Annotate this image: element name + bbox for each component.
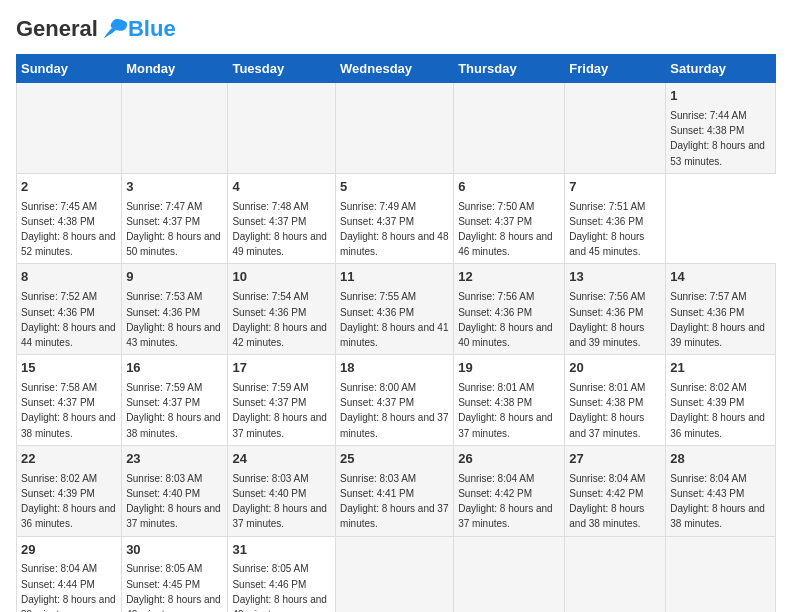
day-number: 7 bbox=[569, 178, 661, 197]
empty-cell bbox=[565, 83, 666, 174]
day-info: Sunrise: 8:02 AMSunset: 4:39 PMDaylight:… bbox=[670, 382, 765, 439]
day-number: 9 bbox=[126, 268, 223, 287]
day-info: Sunrise: 8:03 AMSunset: 4:40 PMDaylight:… bbox=[126, 473, 221, 530]
day-number: 1 bbox=[670, 87, 771, 106]
day-number: 28 bbox=[670, 450, 771, 469]
day-info: Sunrise: 7:52 AMSunset: 4:36 PMDaylight:… bbox=[21, 291, 116, 348]
week-row-2: 2 Sunrise: 7:45 AMSunset: 4:38 PMDayligh… bbox=[17, 173, 776, 264]
day-cell-12: 12 Sunrise: 7:56 AMSunset: 4:36 PMDaylig… bbox=[454, 264, 565, 355]
day-cell-24: 24 Sunrise: 8:03 AMSunset: 4:40 PMDaylig… bbox=[228, 445, 336, 536]
day-info: Sunrise: 8:04 AMSunset: 4:42 PMDaylight:… bbox=[569, 473, 645, 530]
day-number: 23 bbox=[126, 450, 223, 469]
day-header-thursday: Thursday bbox=[454, 55, 565, 83]
week-row-1: 1 Sunrise: 7:44 AMSunset: 4:38 PMDayligh… bbox=[17, 83, 776, 174]
day-number: 24 bbox=[232, 450, 331, 469]
day-cell-23: 23 Sunrise: 8:03 AMSunset: 4:40 PMDaylig… bbox=[122, 445, 228, 536]
day-cell-17: 17 Sunrise: 7:59 AMSunset: 4:37 PMDaylig… bbox=[228, 355, 336, 446]
day-number: 14 bbox=[670, 268, 771, 287]
week-row-6: 29 Sunrise: 8:04 AMSunset: 4:44 PMDaylig… bbox=[17, 536, 776, 612]
day-cell-15: 15 Sunrise: 7:58 AMSunset: 4:37 PMDaylig… bbox=[17, 355, 122, 446]
day-header-friday: Friday bbox=[565, 55, 666, 83]
day-info: Sunrise: 8:05 AMSunset: 4:46 PMDaylight:… bbox=[232, 563, 327, 612]
logo-blue: Blue bbox=[128, 16, 176, 42]
empty-cell bbox=[666, 536, 776, 612]
day-info: Sunrise: 8:01 AMSunset: 4:38 PMDaylight:… bbox=[458, 382, 553, 439]
day-info: Sunrise: 7:45 AMSunset: 4:38 PMDaylight:… bbox=[21, 201, 116, 258]
day-info: Sunrise: 7:48 AMSunset: 4:37 PMDaylight:… bbox=[232, 201, 327, 258]
day-number: 4 bbox=[232, 178, 331, 197]
day-info: Sunrise: 7:59 AMSunset: 4:37 PMDaylight:… bbox=[126, 382, 221, 439]
week-row-3: 8 Sunrise: 7:52 AMSunset: 4:36 PMDayligh… bbox=[17, 264, 776, 355]
header-row: SundayMondayTuesdayWednesdayThursdayFrid… bbox=[17, 55, 776, 83]
day-number: 31 bbox=[232, 541, 331, 560]
day-info: Sunrise: 7:57 AMSunset: 4:36 PMDaylight:… bbox=[670, 291, 765, 348]
day-header-sunday: Sunday bbox=[17, 55, 122, 83]
day-number: 10 bbox=[232, 268, 331, 287]
empty-cell bbox=[122, 83, 228, 174]
day-cell-1: 1 Sunrise: 7:44 AMSunset: 4:38 PMDayligh… bbox=[666, 83, 776, 174]
logo: General Blue bbox=[16, 16, 176, 42]
day-number: 26 bbox=[458, 450, 560, 469]
day-number: 21 bbox=[670, 359, 771, 378]
logo-text: General Blue bbox=[16, 16, 176, 42]
day-cell-30: 30 Sunrise: 8:05 AMSunset: 4:45 PMDaylig… bbox=[122, 536, 228, 612]
day-number: 29 bbox=[21, 541, 117, 560]
day-info: Sunrise: 7:56 AMSunset: 4:36 PMDaylight:… bbox=[569, 291, 645, 348]
day-number: 6 bbox=[458, 178, 560, 197]
day-number: 13 bbox=[569, 268, 661, 287]
day-info: Sunrise: 7:58 AMSunset: 4:37 PMDaylight:… bbox=[21, 382, 116, 439]
empty-cell bbox=[336, 83, 454, 174]
day-info: Sunrise: 8:02 AMSunset: 4:39 PMDaylight:… bbox=[21, 473, 116, 530]
day-header-monday: Monday bbox=[122, 55, 228, 83]
day-info: Sunrise: 8:04 AMSunset: 4:42 PMDaylight:… bbox=[458, 473, 553, 530]
day-cell-8: 8 Sunrise: 7:52 AMSunset: 4:36 PMDayligh… bbox=[17, 264, 122, 355]
day-number: 30 bbox=[126, 541, 223, 560]
day-cell-25: 25 Sunrise: 8:03 AMSunset: 4:41 PMDaylig… bbox=[336, 445, 454, 536]
day-cell-18: 18 Sunrise: 8:00 AMSunset: 4:37 PMDaylig… bbox=[336, 355, 454, 446]
day-cell-11: 11 Sunrise: 7:55 AMSunset: 4:36 PMDaylig… bbox=[336, 264, 454, 355]
day-cell-16: 16 Sunrise: 7:59 AMSunset: 4:37 PMDaylig… bbox=[122, 355, 228, 446]
day-number: 3 bbox=[126, 178, 223, 197]
day-cell-14: 14 Sunrise: 7:57 AMSunset: 4:36 PMDaylig… bbox=[666, 264, 776, 355]
day-info: Sunrise: 8:03 AMSunset: 4:41 PMDaylight:… bbox=[340, 473, 448, 530]
day-info: Sunrise: 7:51 AMSunset: 4:36 PMDaylight:… bbox=[569, 201, 645, 258]
day-number: 20 bbox=[569, 359, 661, 378]
day-info: Sunrise: 7:49 AMSunset: 4:37 PMDaylight:… bbox=[340, 201, 448, 258]
day-header-saturday: Saturday bbox=[666, 55, 776, 83]
day-cell-4: 4 Sunrise: 7:48 AMSunset: 4:37 PMDayligh… bbox=[228, 173, 336, 264]
day-info: Sunrise: 8:04 AMSunset: 4:44 PMDaylight:… bbox=[21, 563, 116, 612]
day-info: Sunrise: 7:56 AMSunset: 4:36 PMDaylight:… bbox=[458, 291, 553, 348]
day-info: Sunrise: 7:53 AMSunset: 4:36 PMDaylight:… bbox=[126, 291, 221, 348]
day-header-wednesday: Wednesday bbox=[336, 55, 454, 83]
week-row-4: 15 Sunrise: 7:58 AMSunset: 4:37 PMDaylig… bbox=[17, 355, 776, 446]
day-info: Sunrise: 7:44 AMSunset: 4:38 PMDaylight:… bbox=[670, 110, 765, 167]
empty-cell bbox=[454, 83, 565, 174]
week-row-5: 22 Sunrise: 8:02 AMSunset: 4:39 PMDaylig… bbox=[17, 445, 776, 536]
day-info: Sunrise: 8:01 AMSunset: 4:38 PMDaylight:… bbox=[569, 382, 645, 439]
day-cell-13: 13 Sunrise: 7:56 AMSunset: 4:36 PMDaylig… bbox=[565, 264, 666, 355]
day-number: 25 bbox=[340, 450, 449, 469]
day-number: 22 bbox=[21, 450, 117, 469]
day-cell-21: 21 Sunrise: 8:02 AMSunset: 4:39 PMDaylig… bbox=[666, 355, 776, 446]
day-number: 18 bbox=[340, 359, 449, 378]
day-number: 27 bbox=[569, 450, 661, 469]
day-cell-31: 31 Sunrise: 8:05 AMSunset: 4:46 PMDaylig… bbox=[228, 536, 336, 612]
empty-cell bbox=[228, 83, 336, 174]
empty-cell bbox=[454, 536, 565, 612]
logo-bird-icon bbox=[100, 18, 128, 40]
day-cell-10: 10 Sunrise: 7:54 AMSunset: 4:36 PMDaylig… bbox=[228, 264, 336, 355]
day-number: 19 bbox=[458, 359, 560, 378]
day-cell-26: 26 Sunrise: 8:04 AMSunset: 4:42 PMDaylig… bbox=[454, 445, 565, 536]
day-cell-7: 7 Sunrise: 7:51 AMSunset: 4:36 PMDayligh… bbox=[565, 173, 666, 264]
page-header: General Blue bbox=[16, 16, 776, 42]
day-info: Sunrise: 7:50 AMSunset: 4:37 PMDaylight:… bbox=[458, 201, 553, 258]
day-cell-3: 3 Sunrise: 7:47 AMSunset: 4:37 PMDayligh… bbox=[122, 173, 228, 264]
day-info: Sunrise: 7:59 AMSunset: 4:37 PMDaylight:… bbox=[232, 382, 327, 439]
day-number: 16 bbox=[126, 359, 223, 378]
day-cell-9: 9 Sunrise: 7:53 AMSunset: 4:36 PMDayligh… bbox=[122, 264, 228, 355]
day-cell-20: 20 Sunrise: 8:01 AMSunset: 4:38 PMDaylig… bbox=[565, 355, 666, 446]
day-info: Sunrise: 8:04 AMSunset: 4:43 PMDaylight:… bbox=[670, 473, 765, 530]
day-cell-5: 5 Sunrise: 7:49 AMSunset: 4:37 PMDayligh… bbox=[336, 173, 454, 264]
day-info: Sunrise: 7:47 AMSunset: 4:37 PMDaylight:… bbox=[126, 201, 221, 258]
day-info: Sunrise: 8:00 AMSunset: 4:37 PMDaylight:… bbox=[340, 382, 448, 439]
